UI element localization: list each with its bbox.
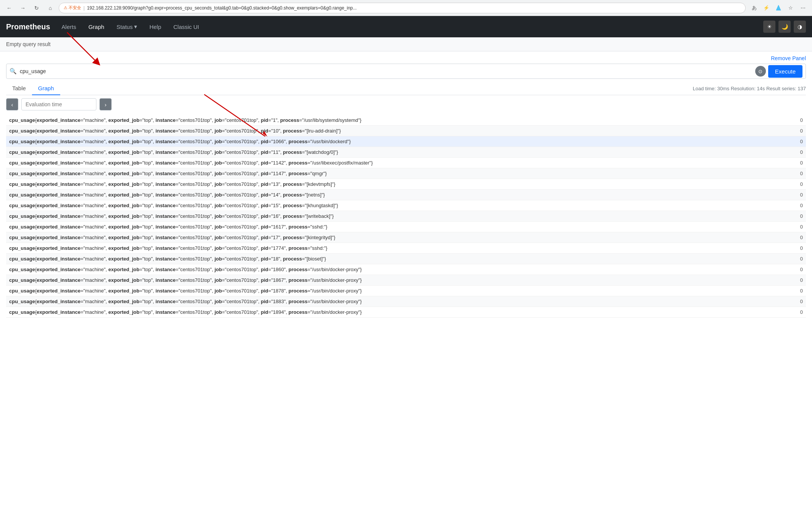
table-row: cpu_usage{exported_instance="machine", e… bbox=[6, 296, 806, 307]
main-content: Remove Panel 🔍 ⊙ Execute Table Graph Loa… bbox=[0, 51, 812, 324]
metric-cell: cpu_usage{exported_instance="machine", e… bbox=[6, 222, 791, 232]
results-table: cpu_usage{exported_instance="machine", e… bbox=[6, 115, 806, 318]
metric-value: 0 bbox=[791, 136, 806, 147]
eval-prev-button[interactable]: ‹ bbox=[6, 98, 18, 110]
table-row: cpu_usage{exported_instance="machine", e… bbox=[6, 179, 806, 190]
extensions-button[interactable]: ⚡ bbox=[761, 3, 772, 13]
metric-value: 0 bbox=[791, 190, 806, 200]
nav-help[interactable]: Help bbox=[144, 21, 167, 33]
eval-next-button[interactable]: › bbox=[99, 98, 112, 110]
table-row: cpu_usage{exported_instance="machine", e… bbox=[6, 115, 806, 126]
metric-value: 0 bbox=[791, 275, 806, 286]
table-row: cpu_usage{exported_instance="machine", e… bbox=[6, 254, 806, 264]
theme-auto-button[interactable]: ◑ bbox=[794, 21, 806, 33]
tab-meta: Load time: 30ms Resolution: 14s Result s… bbox=[693, 83, 806, 94]
metric-value: 0 bbox=[791, 307, 806, 318]
metric-value: 0 bbox=[791, 179, 806, 190]
browser-actions: あ ⚡ ☆ ⋯ bbox=[749, 3, 808, 13]
forward-button[interactable]: → bbox=[18, 3, 28, 13]
metric-cell: cpu_usage{exported_instance="machine", e… bbox=[6, 147, 791, 158]
metric-value: 0 bbox=[791, 232, 806, 243]
url-text: 192.168.222.128:9090/graph?g0.expr=proce… bbox=[87, 5, 357, 11]
table-row: cpu_usage{exported_instance="machine", e… bbox=[6, 286, 806, 296]
table-row: cpu_usage{exported_instance="machine", e… bbox=[6, 190, 806, 200]
nav-icons: ☀ 🌙 ◑ bbox=[763, 21, 806, 33]
remove-panel-link[interactable]: Remove Panel bbox=[771, 55, 806, 61]
metric-value: 0 bbox=[791, 147, 806, 158]
metric-cell: cpu_usage{exported_instance="machine", e… bbox=[6, 190, 791, 200]
metric-cell: cpu_usage{exported_instance="machine", e… bbox=[6, 158, 791, 168]
metric-cell: cpu_usage{exported_instance="machine", e… bbox=[6, 275, 791, 286]
table-row: cpu_usage{exported_instance="machine", e… bbox=[6, 136, 806, 147]
theme-dark-button[interactable]: 🌙 bbox=[778, 21, 791, 33]
security-warning: ⚠ 不安全 bbox=[64, 5, 81, 11]
metric-cell: cpu_usage{exported_instance="machine", e… bbox=[6, 211, 791, 222]
metric-cell: cpu_usage{exported_instance="machine", e… bbox=[6, 286, 791, 296]
search-icon: 🔍 bbox=[10, 68, 17, 75]
clear-input-button[interactable]: ⊙ bbox=[755, 66, 766, 77]
metric-value: 0 bbox=[791, 168, 806, 179]
tab-table[interactable]: Table bbox=[6, 82, 32, 95]
alert-bar: Empty query result bbox=[0, 37, 812, 51]
metric-cell: cpu_usage{exported_instance="machine", e… bbox=[6, 179, 791, 190]
top-nav: Prometheus Alerts Graph Status ▾ Help Cl… bbox=[0, 16, 812, 37]
favorites-button[interactable]: ☆ bbox=[785, 3, 796, 13]
table-row: cpu_usage{exported_instance="machine", e… bbox=[6, 264, 806, 275]
table-row: cpu_usage{exported_instance="machine", e… bbox=[6, 222, 806, 232]
nav-brand[interactable]: Prometheus bbox=[6, 22, 50, 31]
metric-value: 0 bbox=[791, 115, 806, 126]
back-button[interactable]: ← bbox=[4, 3, 14, 13]
table-row: cpu_usage{exported_instance="machine", e… bbox=[6, 200, 806, 211]
metric-value: 0 bbox=[791, 243, 806, 254]
chevron-down-icon: ▾ bbox=[134, 23, 137, 30]
nav-status[interactable]: Status ▾ bbox=[111, 20, 143, 33]
metric-cell: cpu_usage{exported_instance="machine", e… bbox=[6, 307, 791, 318]
theme-light-button[interactable]: ☀ bbox=[763, 21, 775, 33]
metric-cell: cpu_usage{exported_instance="machine", e… bbox=[6, 136, 791, 147]
nav-alerts[interactable]: Alerts bbox=[56, 21, 82, 33]
search-bar: 🔍 ⊙ Execute bbox=[6, 64, 806, 79]
home-button[interactable]: ⌂ bbox=[45, 3, 56, 13]
table-row: cpu_usage{exported_instance="machine", e… bbox=[6, 147, 806, 158]
metric-value: 0 bbox=[791, 286, 806, 296]
table-row: cpu_usage{exported_instance="machine", e… bbox=[6, 232, 806, 243]
metric-value: 0 bbox=[791, 222, 806, 232]
svg-marker-0 bbox=[776, 5, 781, 10]
metric-cell: cpu_usage{exported_instance="machine", e… bbox=[6, 115, 791, 126]
metric-value: 0 bbox=[791, 296, 806, 307]
metric-value: 0 bbox=[791, 211, 806, 222]
query-input[interactable] bbox=[20, 68, 755, 74]
tabs-row: Table Graph Load time: 30ms Resolution: … bbox=[6, 82, 806, 95]
metric-value: 0 bbox=[791, 158, 806, 168]
table-row: cpu_usage{exported_instance="machine", e… bbox=[6, 126, 806, 136]
eval-time-input[interactable] bbox=[21, 98, 96, 110]
table-row: cpu_usage{exported_instance="machine", e… bbox=[6, 168, 806, 179]
url-bar[interactable]: ⚠ 不安全 | 192.168.222.128:9090/graph?g0.ex… bbox=[59, 3, 746, 13]
table-row: cpu_usage{exported_instance="machine", e… bbox=[6, 158, 806, 168]
execute-button[interactable]: Execute bbox=[768, 65, 802, 78]
metric-cell: cpu_usage{exported_instance="machine", e… bbox=[6, 126, 791, 136]
metric-cell: cpu_usage{exported_instance="machine", e… bbox=[6, 296, 791, 307]
browser-bar: ← → ↻ ⌂ ⚠ 不安全 | 192.168.222.128:9090/gra… bbox=[0, 0, 812, 16]
profile-button[interactable] bbox=[773, 3, 784, 13]
metric-cell: cpu_usage{exported_instance="machine", e… bbox=[6, 168, 791, 179]
metric-cell: cpu_usage{exported_instance="machine", e… bbox=[6, 264, 791, 275]
metric-cell: cpu_usage{exported_instance="machine", e… bbox=[6, 243, 791, 254]
nav-graph[interactable]: Graph bbox=[83, 21, 110, 33]
tab-graph[interactable]: Graph bbox=[32, 82, 60, 95]
refresh-button[interactable]: ↻ bbox=[31, 3, 42, 13]
metric-value: 0 bbox=[791, 200, 806, 211]
alert-text: Empty query result bbox=[6, 41, 51, 47]
table-row: cpu_usage{exported_instance="machine", e… bbox=[6, 211, 806, 222]
table-row: cpu_usage{exported_instance="machine", e… bbox=[6, 243, 806, 254]
table-row: cpu_usage{exported_instance="machine", e… bbox=[6, 307, 806, 318]
metric-value: 0 bbox=[791, 254, 806, 264]
more-button[interactable]: ⋯ bbox=[798, 3, 808, 13]
metric-cell: cpu_usage{exported_instance="machine", e… bbox=[6, 200, 791, 211]
metric-value: 0 bbox=[791, 264, 806, 275]
metric-cell: cpu_usage{exported_instance="machine", e… bbox=[6, 254, 791, 264]
nav-classic-ui[interactable]: Classic UI bbox=[168, 21, 205, 33]
metric-value: 0 bbox=[791, 126, 806, 136]
translate-button[interactable]: あ bbox=[749, 3, 759, 13]
results-container: cpu_usage{exported_instance="machine", e… bbox=[6, 115, 806, 318]
